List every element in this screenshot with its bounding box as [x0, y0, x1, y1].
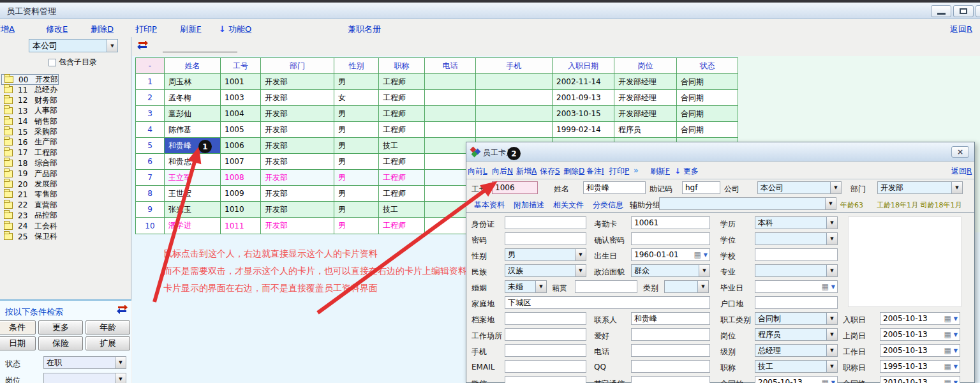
hire-date-field[interactable]: 2005-10-13▦▼ — [880, 312, 960, 325]
dlg-refresh[interactable]: 刷新F — [650, 166, 670, 177]
minimize-button[interactable] — [931, 5, 951, 17]
maximize-button[interactable] — [953, 5, 974, 17]
header-status[interactable]: 状态 — [677, 58, 738, 73]
dialog-back[interactable]: 返回R — [951, 166, 972, 177]
tree-item-14[interactable]: 14销售部 — [1, 116, 57, 127]
search-btn-extend[interactable]: 扩展 — [85, 336, 130, 350]
other-contact-field[interactable] — [631, 376, 710, 383]
phone-field[interactable] — [631, 344, 710, 357]
email-field[interactable] — [505, 360, 586, 373]
menu-print[interactable]: 打印P — [135, 24, 157, 35]
swap-columns-icon[interactable] — [137, 41, 149, 52]
gender-select[interactable]: 男▼ — [505, 248, 586, 261]
header-sex[interactable]: 性别 — [334, 58, 379, 73]
contract-end-field[interactable]: 2010-10-13▦▼ — [880, 376, 960, 383]
job-title-select[interactable]: 技工▼ — [755, 360, 838, 373]
title-date-field[interactable]: 1995-10-13▦▼ — [880, 360, 960, 373]
header-post[interactable]: 岗位 — [614, 58, 677, 73]
menu-delete[interactable]: 删除D — [91, 24, 114, 35]
dlg-save[interactable]: 保存S — [540, 166, 560, 177]
menu-add[interactable]: 新增A — [0, 24, 15, 35]
marriage-select[interactable]: 未婚▼ — [505, 280, 547, 293]
home-address-field[interactable]: 下城区 — [505, 296, 710, 309]
table-row[interactable]: 2孟冬梅1003开发部女工程师2001-09-13开发部经理合同期 — [136, 90, 738, 106]
ethnicity-select[interactable]: 汉族▼ — [505, 264, 586, 277]
mobile-field[interactable] — [505, 344, 586, 357]
menu-part-time-roster[interactable]: 兼职名册 — [348, 24, 381, 35]
contract-start-field[interactable]: 2005-10-13▦▼ — [755, 376, 838, 383]
search-btn-insurance[interactable]: 保险 — [38, 336, 83, 350]
native-place-field[interactable] — [575, 280, 637, 293]
graduation-date-field[interactable]: ▦▼ — [755, 280, 838, 293]
tree-item-21[interactable]: 21零售部 — [1, 189, 57, 200]
tree-item-18[interactable]: 18综合部 — [1, 158, 57, 169]
dlg-print[interactable]: 打印P — [609, 166, 629, 177]
birth-date-field[interactable]: 1960-01-01▦▼ — [631, 248, 710, 261]
table-row[interactable]: 4陈伟基1005开发部男工程师1999-02-14程序员合同期 — [136, 122, 738, 138]
table-row[interactable]: 3童彭仙1004开发部男工程师2003-10-15开发部经理合同期 — [136, 106, 738, 122]
mnemonic-field[interactable]: hgf — [682, 181, 720, 194]
header-mobile[interactable]: 手机 — [476, 58, 553, 73]
dlg-delete[interactable]: 删除D — [563, 166, 584, 177]
header-n[interactable]: - — [136, 58, 165, 73]
political-status-select[interactable]: 群众▼ — [631, 264, 710, 277]
dlg-expand[interactable]: » — [634, 166, 639, 175]
header-id[interactable]: 工号 — [221, 58, 261, 73]
work-date-field[interactable]: 2005-10-13▦▼ — [880, 344, 960, 357]
contact-field[interactable]: 和贵峰 — [631, 312, 710, 325]
tab-extra-description[interactable]: 附加描述 — [514, 200, 544, 211]
search-btn-more[interactable]: 更多 — [38, 320, 83, 334]
quick-search-input[interactable] — [163, 41, 237, 52]
archive-place-field[interactable] — [505, 312, 586, 325]
table-row[interactable]: 1周玉林1001开发部男工程师2002-11-14开发部经理合同期 — [136, 74, 738, 90]
post-select[interactable]: 程序员▼ — [755, 328, 838, 341]
dept-select[interactable]: 开发部 ▼ — [877, 181, 963, 194]
tree-item-19[interactable]: 19产品部 — [1, 169, 57, 179]
level-select[interactable]: 总经理▼ — [755, 344, 838, 357]
dlg-next[interactable]: 向后N — [492, 166, 513, 177]
qq-field[interactable] — [631, 360, 710, 373]
menu-functions[interactable]: ↓功能O — [219, 24, 251, 35]
tab-basic-info[interactable]: 基本资料 — [474, 200, 505, 211]
tree-item-23[interactable]: 23品控部 — [1, 210, 57, 221]
dialog-close-button[interactable]: × — [951, 146, 969, 158]
header-hire[interactable]: 入职日期 — [553, 58, 614, 73]
tree-item-11[interactable]: 11总经办 — [1, 84, 57, 95]
id-card-field[interactable] — [505, 216, 586, 229]
tab-classification[interactable]: 分类信息 — [593, 200, 623, 211]
search-swap-icon[interactable] — [116, 305, 128, 317]
tree-item-17[interactable]: 17工程部 — [1, 147, 57, 158]
header-name[interactable]: 姓名 — [165, 58, 221, 73]
school-field[interactable] — [755, 248, 838, 261]
workplace-field[interactable] — [505, 328, 586, 341]
menu-refresh[interactable]: 刷新F — [180, 24, 201, 35]
tree-item-16[interactable]: 16生产部 — [1, 137, 57, 147]
header-dept[interactable]: 部门 — [261, 58, 334, 73]
menu-back[interactable]: 返回R — [950, 24, 972, 35]
confirm-password-field[interactable] — [631, 232, 710, 245]
emp-name-field[interactable]: 和贵峰 — [583, 181, 646, 194]
company-select[interactable]: 本公司 ▼ — [757, 181, 842, 194]
header-phone[interactable]: 电话 — [425, 58, 476, 73]
search-btn-condition[interactable]: 条件 — [0, 320, 36, 334]
major-select[interactable]: ▼ — [755, 264, 838, 277]
degree-select[interactable]: ▼ — [755, 232, 838, 245]
education-select[interactable]: 本科▼ — [755, 216, 838, 229]
emp-id-field[interactable]: 1006 — [492, 181, 538, 194]
search-btn-date[interactable]: 日期 — [0, 336, 36, 350]
dlg-prev[interactable]: 向前L — [468, 166, 487, 177]
password-field[interactable] — [505, 232, 586, 245]
wechat-field[interactable] — [505, 376, 586, 383]
attendance-card-field[interactable]: 10061 — [631, 216, 710, 229]
dlg-more[interactable]: ↓更多 — [674, 166, 699, 177]
tree-item-13[interactable]: 13人事部 — [1, 105, 57, 116]
tree-item-20[interactable]: 20发展部 — [1, 179, 57, 190]
close-button[interactable] — [976, 5, 980, 17]
search-btn-age[interactable]: 年龄 — [85, 320, 130, 334]
header-title[interactable]: 职称 — [379, 58, 425, 73]
menu-edit[interactable]: 修改E — [46, 24, 68, 35]
tree-item-15[interactable]: 15采购部 — [1, 126, 57, 137]
status-filter-select[interactable]: 在职 ▼ — [43, 356, 126, 369]
hobby-field[interactable] — [631, 328, 710, 341]
tree-item-12[interactable]: 12财务部 — [1, 95, 57, 106]
